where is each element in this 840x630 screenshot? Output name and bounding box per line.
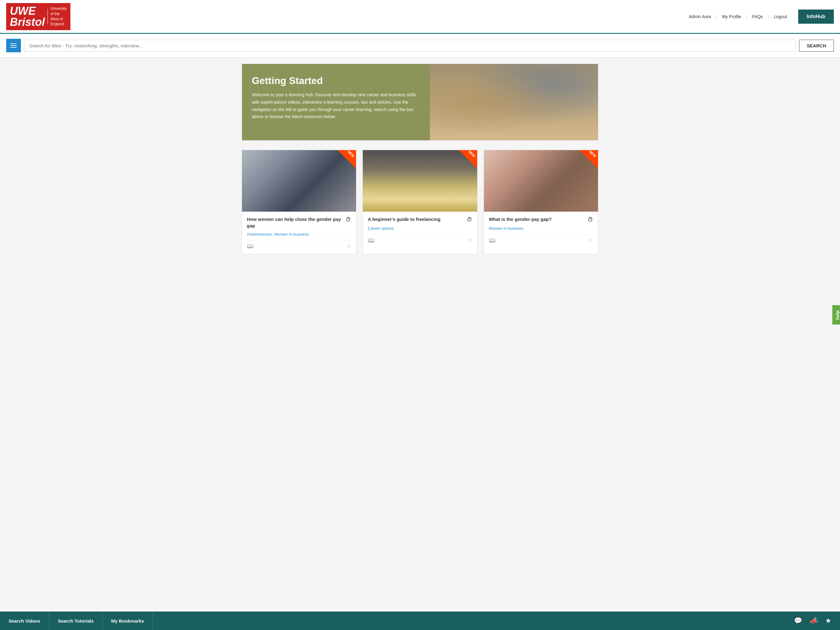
main-content: Getting Started Welcome to your e-learni… (235, 64, 605, 254)
card-2-book-icon[interactable]: 📖 (368, 237, 374, 244)
infohub-button[interactable]: InfoHub (798, 9, 834, 24)
card-2[interactable]: NEW A beginner's guide to freelancing ⏱ … (363, 150, 477, 254)
menu-line-1 (11, 43, 17, 44)
menu-line-2 (11, 45, 17, 46)
card-2-timer-icon: ⏱ (467, 217, 472, 223)
hero-title: Getting Started (252, 75, 420, 86)
card-3-footer: 📖 ☆ (489, 234, 593, 244)
cards-grid: NEW How women can help close the gender … (242, 150, 598, 254)
card-1[interactable]: NEW How women can help close the gender … (242, 150, 356, 254)
card-1-title: How women can help close the gender pay … (247, 216, 343, 229)
nav-sep-2: | (746, 14, 747, 19)
card-3-new-badge (579, 150, 598, 169)
card-1-timer-icon: ⏱ (346, 217, 351, 223)
card-2-title: A beginner's guide to freelancing (368, 216, 464, 222)
card-1-tag-link[interactable]: Assertiveness, Women in business (247, 232, 309, 237)
card-2-star-icon[interactable]: ☆ (467, 237, 472, 244)
chat-icon[interactable]: 💬 (794, 617, 802, 625)
card-1-title-row: How women can help close the gender pay … (247, 216, 351, 229)
hero-image (430, 64, 598, 140)
card-3-book-icon[interactable]: 📖 (489, 237, 496, 244)
page-header: UWEBristol Universityof theWest ofEnglan… (0, 0, 840, 34)
card-3-image: NEW (484, 150, 598, 212)
hero-banner: Getting Started Welcome to your e-learni… (242, 64, 598, 141)
megaphone-icon[interactable]: 📣 (810, 617, 818, 625)
hero-text-panel: Getting Started Welcome to your e-learni… (242, 64, 430, 140)
card-2-new-badge (459, 150, 477, 169)
logout-link[interactable]: Logout (774, 14, 787, 19)
search-input[interactable] (24, 40, 796, 52)
hero-body: Welcome to your e-learning hub. Discover… (252, 91, 420, 120)
card-1-body: How women can help close the gender pay … (242, 212, 356, 254)
card-3-star-icon[interactable]: ☆ (588, 237, 593, 244)
hero-image-placeholder (430, 64, 598, 140)
card-1-new-badge (338, 150, 356, 169)
card-1-tags: Assertiveness, Women in business (247, 231, 351, 237)
nav-sep-3: | (768, 14, 769, 19)
card-2-body: A beginner's guide to freelancing ⏱ Care… (363, 212, 477, 248)
card-2-footer: 📖 ☆ (368, 234, 472, 244)
card-3-body: What is the gender pay gap? ⏱ Women in b… (484, 212, 598, 248)
menu-line-3 (11, 47, 17, 47)
card-1-book-icon[interactable]: 📖 (247, 243, 254, 250)
logo[interactable]: UWEBristol Universityof theWest ofEnglan… (6, 3, 70, 30)
bottom-search-tutorials[interactable]: Search Tutorials (49, 611, 103, 630)
card-1-footer: 📖 ☆ (247, 240, 351, 250)
header-nav: Admin Area | My Profile | FAQs | Logout … (689, 9, 834, 24)
help-button[interactable]: help (832, 306, 840, 325)
card-3-timer-icon: ⏱ (587, 217, 593, 223)
my-profile-link[interactable]: My Profile (722, 14, 741, 19)
menu-button[interactable] (6, 39, 21, 52)
bottom-my-bookmarks[interactable]: My Bookmarks (103, 611, 153, 630)
card-3-title-row: What is the gender pay gap? ⏱ (489, 216, 593, 223)
card-3[interactable]: NEW What is the gender pay gap? ⏱ Women … (484, 150, 598, 254)
card-3-tag-link[interactable]: Women in business (489, 226, 524, 231)
faqs-link[interactable]: FAQs (752, 14, 763, 19)
card-2-title-row: A beginner's guide to freelancing ⏱ (368, 216, 472, 223)
search-area: SEARCH (0, 34, 840, 57)
card-2-tag-link[interactable]: Career options (368, 226, 394, 231)
logo-subtitle: Universityof theWest ofEngland (51, 6, 67, 27)
card-1-star-icon[interactable]: ☆ (346, 243, 351, 250)
search-button[interactable]: SEARCH (799, 40, 834, 52)
nav-sep-1: | (716, 14, 717, 19)
card-3-title: What is the gender pay gap? (489, 216, 585, 222)
bottom-search-videos[interactable]: Search Videos (0, 611, 49, 630)
card-2-tags: Career options (368, 225, 472, 231)
logo-divider (47, 9, 48, 24)
bottom-icons: 💬 📣 ★ (785, 617, 840, 625)
star-icon[interactable]: ★ (825, 617, 831, 625)
bottom-bar: Search Videos Search Tutorials My Bookma… (0, 611, 840, 630)
admin-area-link[interactable]: Admin Area (689, 14, 711, 19)
card-2-image: NEW (363, 150, 477, 212)
logo-uwe-text: UWEBristol (10, 6, 45, 28)
card-3-tags: Women in business (489, 225, 593, 231)
card-1-image: NEW (242, 150, 356, 212)
